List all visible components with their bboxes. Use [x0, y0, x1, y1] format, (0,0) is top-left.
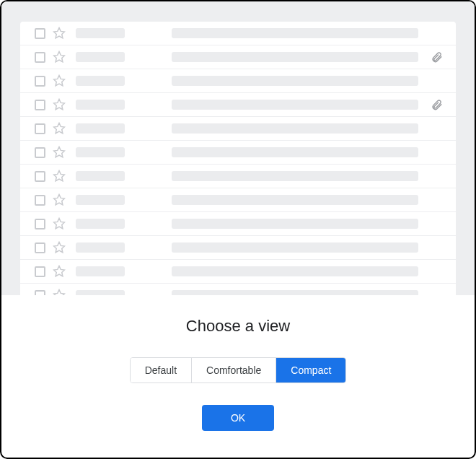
sender-placeholder [76, 195, 125, 205]
email-row [20, 141, 456, 165]
checkbox-icon [35, 219, 45, 230]
email-row [20, 117, 456, 141]
star-icon [53, 51, 66, 64]
email-row [20, 93, 456, 117]
star-icon [53, 27, 66, 40]
sender-placeholder [76, 123, 125, 134]
sender-placeholder [76, 52, 125, 62]
subject-placeholder [172, 28, 418, 38]
sender-placeholder [76, 171, 125, 181]
checkbox-icon [35, 290, 45, 296]
option-default[interactable]: Default [131, 358, 191, 382]
star-icon [53, 193, 66, 206]
sender-placeholder [76, 219, 125, 229]
star-icon [53, 217, 66, 230]
subject-placeholder [172, 290, 418, 295]
option-comfortable[interactable]: Comfortable [191, 358, 276, 382]
subject-placeholder [172, 100, 418, 110]
star-icon [53, 170, 66, 183]
subject-placeholder [172, 266, 418, 276]
sender-placeholder [76, 290, 125, 295]
checkbox-icon [35, 76, 45, 87]
subject-placeholder [172, 147, 418, 157]
subject-placeholder [172, 219, 418, 229]
email-row [20, 165, 456, 188]
email-row [20, 236, 456, 260]
checkbox-icon [35, 123, 45, 134]
subject-placeholder [172, 195, 418, 205]
star-icon [53, 122, 66, 135]
email-row [20, 45, 456, 69]
ok-button[interactable]: OK [202, 405, 274, 431]
attachment-icon [430, 51, 443, 64]
density-options: Default Comfortable Compact [130, 357, 347, 383]
sender-placeholder [76, 28, 125, 38]
svg-marker-0 [54, 28, 65, 38]
star-icon [53, 146, 66, 159]
checkbox-icon [35, 195, 45, 206]
star-icon [53, 98, 66, 111]
checkbox-icon [35, 28, 45, 39]
subject-placeholder [172, 76, 418, 86]
email-list [20, 22, 456, 295]
dialog-title: Choose a view [1, 317, 475, 336]
svg-marker-9 [54, 242, 65, 253]
sender-placeholder [76, 242, 125, 253]
sender-placeholder [76, 76, 125, 86]
svg-marker-3 [54, 100, 65, 110]
checkbox-icon [35, 52, 45, 63]
sender-placeholder [76, 147, 125, 157]
subject-placeholder [172, 123, 418, 134]
email-row [20, 69, 456, 93]
email-row [20, 260, 456, 284]
svg-marker-11 [54, 290, 65, 296]
checkbox-icon [35, 266, 45, 277]
checkbox-icon [35, 100, 45, 110]
density-preview [1, 1, 475, 295]
checkbox-icon [35, 171, 45, 182]
email-row [20, 188, 456, 212]
sender-placeholder [76, 266, 125, 276]
email-row [20, 22, 456, 45]
svg-marker-5 [54, 147, 65, 157]
email-row [20, 212, 456, 236]
star-icon [53, 289, 66, 295]
star-icon [53, 241, 66, 254]
star-icon [53, 265, 66, 278]
svg-marker-7 [54, 195, 65, 205]
star-icon [53, 74, 66, 87]
svg-marker-2 [54, 76, 65, 86]
email-row [20, 284, 456, 295]
svg-marker-8 [54, 219, 65, 229]
svg-marker-10 [54, 266, 65, 276]
view-chooser-panel: Choose a view Default Comfortable Compac… [1, 295, 475, 431]
attachment-icon [430, 98, 443, 111]
subject-placeholder [172, 171, 418, 181]
svg-marker-6 [54, 171, 65, 181]
sender-placeholder [76, 100, 125, 110]
subject-placeholder [172, 242, 418, 253]
svg-marker-1 [54, 52, 65, 62]
checkbox-icon [35, 242, 45, 253]
option-compact[interactable]: Compact [276, 358, 345, 382]
subject-placeholder [172, 52, 418, 62]
svg-marker-4 [54, 123, 65, 134]
checkbox-icon [35, 147, 45, 158]
